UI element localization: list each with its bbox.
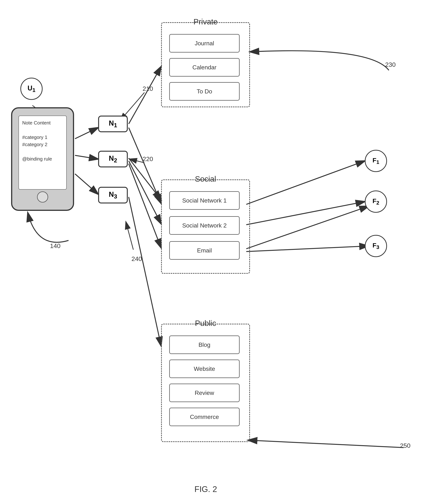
ref-140: 140 [50, 242, 60, 250]
social-group: Social Social Network 1 Social Network 2… [161, 180, 250, 274]
phone-device: Note Content#category 1#category 2@bindi… [11, 107, 74, 211]
user-circle: U1 [20, 78, 43, 100]
ref-220: 220 [143, 155, 153, 162]
svg-line-10 [129, 164, 161, 248]
social-network-1-label: Social Network 1 [182, 197, 227, 204]
fig-caption: FIG. 2 [194, 485, 217, 494]
svg-line-15 [246, 246, 369, 252]
review-label: Review [195, 390, 214, 396]
social-title: Social [162, 175, 249, 183]
calendar-label: Calendar [192, 64, 216, 71]
email-box: Email [169, 241, 240, 260]
user-label: U1 [28, 84, 36, 93]
svg-line-7 [129, 128, 161, 203]
friend-f1: F1 [365, 150, 387, 172]
svg-line-13 [246, 202, 365, 225]
journal-label: Journal [195, 40, 214, 47]
commerce-label: Commerce [190, 414, 219, 420]
phone-home-button [37, 191, 48, 202]
phone-screen: Note Content#category 1#category 2@bindi… [19, 116, 67, 190]
node-n1: N1 [98, 116, 128, 132]
svg-line-6 [129, 67, 161, 124]
review-box: Review [169, 384, 240, 402]
svg-line-11 [129, 197, 161, 346]
node-n3-label: N3 [109, 191, 117, 200]
private-title: Private [162, 18, 249, 26]
private-group: Private Journal Calendar To Do [161, 22, 250, 107]
commerce-box: Commerce [169, 408, 240, 426]
svg-line-4 [75, 155, 98, 159]
node-n1-label: N1 [109, 119, 117, 129]
f1-label: F1 [372, 157, 379, 165]
svg-line-9 [129, 161, 161, 224]
f2-label: F2 [372, 197, 379, 206]
public-group: Public Blog Website Review Commerce [161, 324, 250, 442]
svg-line-16 [248, 440, 404, 448]
svg-line-12 [246, 161, 365, 204]
phone-content: Note Content#category 1#category 2@bindi… [22, 119, 63, 162]
ref-210: 210 [143, 85, 153, 92]
website-label: Website [194, 365, 215, 372]
ref-230: 230 [385, 61, 396, 68]
social-network-1-box: Social Network 1 [169, 191, 240, 210]
website-box: Website [169, 360, 240, 378]
ref-250: 250 [400, 442, 410, 449]
node-n3: N3 [98, 187, 128, 203]
email-label: Email [197, 247, 212, 254]
diagram: U1 Note Content#category 1#category 2@bi… [0, 0, 447, 504]
friend-f3: F3 [365, 235, 387, 257]
svg-line-14 [246, 206, 369, 249]
public-title: Public [162, 319, 249, 328]
blog-box: Blog [169, 336, 240, 354]
todo-box: To Do [169, 82, 240, 101]
friend-f2: F2 [365, 191, 387, 213]
node-n2-label: N2 [109, 154, 117, 164]
calendar-box: Calendar [169, 58, 240, 77]
blog-label: Blog [198, 342, 210, 348]
svg-line-18 [130, 159, 144, 163]
svg-line-19 [126, 222, 133, 250]
svg-line-8 [129, 158, 161, 200]
svg-line-3 [75, 128, 98, 139]
svg-line-5 [75, 174, 98, 194]
social-network-2-box: Social Network 2 [169, 216, 240, 235]
social-network-2-label: Social Network 2 [182, 222, 227, 229]
journal-box: Journal [169, 34, 240, 53]
ref-240: 240 [132, 255, 142, 262]
node-n2: N2 [98, 151, 128, 167]
todo-label: To Do [197, 88, 212, 95]
f3-label: F3 [372, 242, 379, 250]
